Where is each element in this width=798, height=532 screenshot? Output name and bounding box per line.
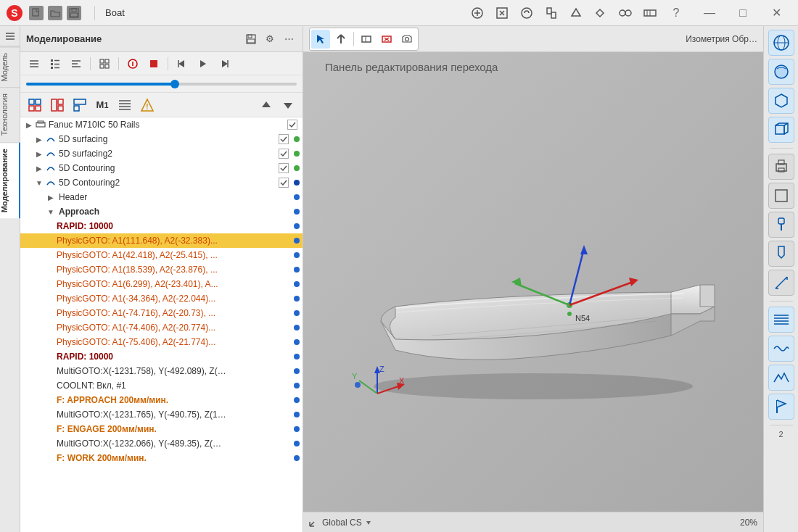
- rs-print-btn[interactable]: [768, 154, 794, 180]
- tb2-btn-warn[interactable]: !: [137, 95, 157, 115]
- rs-hex-btn[interactable]: [768, 88, 794, 114]
- more-panel-icon[interactable]: ⋯: [281, 31, 297, 47]
- file-icons: [29, 6, 81, 20]
- tree-item-physic2[interactable]: PhysicGOTO: A1(42.418), A2(-25.415), ...: [20, 248, 303, 262]
- sidebar-tab-modeling[interactable]: Моделирование: [0, 142, 20, 218]
- tree-item-rapid2[interactable]: RAPID: 10000: [20, 349, 303, 364]
- tree-item-physic1[interactable]: PhysicGOTO: A1(111.648), A2(-32.383)...: [20, 233, 303, 248]
- vt-arrow-btn[interactable]: [332, 30, 350, 49]
- rs-wave-btn[interactable]: [768, 336, 794, 362]
- rs-terrain-btn[interactable]: [768, 365, 794, 391]
- tool-6[interactable]: [591, 3, 611, 23]
- tb2-down-btn[interactable]: [278, 95, 298, 115]
- tree-item-3[interactable]: ▼ 5D Contouring2: [20, 175, 303, 190]
- sidebar-menu-button[interactable]: [0, 26, 20, 46]
- tree-item-multi1[interactable]: MultiGOTO:X(-1231.758), Y(-492.089), Z(…: [20, 364, 303, 378]
- settings-panel-icon[interactable]: ⚙: [262, 31, 278, 47]
- tree-item-coolnt[interactable]: COOLNT: Вкл, #1: [20, 378, 303, 393]
- sidebar-tab-technology[interactable]: Технология: [0, 87, 20, 141]
- viewport-3d[interactable]: Панель редактирования перехода: [303, 52, 763, 532]
- tb-red-rect-btn[interactable]: [144, 54, 163, 73]
- tb-next-btn[interactable]: [215, 54, 234, 73]
- rs-globe-btn[interactable]: [768, 30, 794, 56]
- tb2-btn-2[interactable]: [47, 95, 67, 115]
- progress-thumb[interactable]: [170, 80, 179, 88]
- tree-item-engage-f[interactable]: F: ENGAGE 200мм/мин.: [20, 422, 303, 436]
- tb-list2-btn[interactable]: [46, 54, 65, 73]
- help-button[interactable]: ?: [660, 0, 692, 26]
- rs-clip-btn[interactable]: [768, 241, 794, 267]
- physic8-label: PhysicGOTO: A1(-75.406), A2(-21.774)...: [57, 337, 291, 347]
- tb2-btn-3[interactable]: [70, 95, 90, 115]
- tb-prev-btn[interactable]: [173, 54, 192, 73]
- svg-point-12: [625, 10, 631, 16]
- tool-3[interactable]: [517, 3, 537, 23]
- tree-item-physic3[interactable]: PhysicGOTO: A1(18.539), A2(-23.876), ...: [20, 262, 303, 277]
- tree-item-header[interactable]: ▶ Header: [20, 190, 303, 204]
- save-file-icon[interactable]: [67, 6, 81, 20]
- svg-rect-25: [51, 63, 53, 65]
- close-button[interactable]: ✕: [760, 0, 792, 26]
- vt-rect-btn[interactable]: [357, 30, 376, 49]
- vt-camera-btn[interactable]: [398, 30, 416, 49]
- svg-marker-60: [284, 103, 292, 109]
- tree-item-rapid1[interactable]: RAPID: 10000: [20, 219, 303, 233]
- tb-align-btn[interactable]: [67, 54, 86, 73]
- tree-item-work-f[interactable]: F: WORK 200мм/мин.: [20, 451, 303, 465]
- tree-item-physic5[interactable]: PhysicGOTO: A1(-34.364), A2(-22.044)...: [20, 291, 303, 306]
- item3-checkbox[interactable]: [279, 178, 289, 188]
- maximize-button[interactable]: □: [727, 0, 759, 26]
- tree-item-physic7[interactable]: PhysicGOTO: A1(-74.406), A2(-20.774)...: [20, 320, 303, 335]
- approach-dot: [294, 209, 300, 215]
- tool-8[interactable]: [640, 3, 660, 23]
- tb-grid-btn[interactable]: [95, 54, 114, 73]
- tree-item-1[interactable]: ▶ 5D surfacing2: [20, 146, 303, 161]
- tb2-up-btn[interactable]: [256, 95, 276, 115]
- save-panel-icon[interactable]: [243, 31, 259, 47]
- item1-checkbox[interactable]: [279, 149, 289, 159]
- vt-cursor-btn[interactable]: [311, 30, 330, 49]
- tree-item-physic6[interactable]: PhysicGOTO: A1(-74.716), A2(-20.73), ...: [20, 306, 303, 320]
- machine-checkbox[interactable]: [287, 120, 297, 130]
- tb2-btn-1[interactable]: [25, 95, 45, 115]
- rs-rect-btn[interactable]: [768, 183, 794, 209]
- rs-cube-btn[interactable]: [768, 117, 794, 143]
- tree-item-physic8[interactable]: PhysicGOTO: A1(-75.406), A2(-21.774)...: [20, 335, 303, 349]
- open-file-icon[interactable]: [48, 6, 62, 20]
- tree-item-multi2[interactable]: MultiGOTO:X(-1231.765), Y(-490.75), Z(1…: [20, 407, 303, 422]
- tool-4[interactable]: [541, 3, 562, 23]
- new-file-icon[interactable]: [29, 6, 44, 20]
- tool-2[interactable]: [492, 3, 512, 23]
- vt-x-btn[interactable]: [377, 30, 396, 49]
- tree-item-approach[interactable]: ▼ Approach: [20, 204, 303, 219]
- rs-flag-btn[interactable]: [768, 394, 794, 420]
- tb2-btn-list[interactable]: [115, 95, 135, 115]
- cs-dropdown-icon[interactable]: [365, 519, 372, 526]
- tree-item-0[interactable]: ▶ 5D surfacing: [20, 132, 303, 146]
- item2-checkbox[interactable]: [279, 163, 289, 173]
- tool-1[interactable]: [467, 3, 488, 23]
- tree-item-machine[interactable]: ▶ Fanuc M710IC 50 Rails: [20, 117, 303, 132]
- rs-hatch-btn[interactable]: [768, 307, 794, 333]
- rs-measure-btn[interactable]: [768, 270, 794, 296]
- tb-play-btn[interactable]: [194, 54, 213, 73]
- svg-rect-2: [33, 9, 38, 16]
- tb-stop-btn[interactable]: [123, 54, 142, 73]
- tb-list-btn[interactable]: [25, 54, 44, 73]
- tool-5[interactable]: [566, 3, 586, 23]
- toolbar-row-1: [20, 52, 303, 75]
- rs-sphere-btn[interactable]: [768, 59, 794, 85]
- tool-7[interactable]: [615, 3, 635, 23]
- item0-checkbox[interactable]: [279, 134, 289, 144]
- tree-item-approach-f[interactable]: F: APPROACH 200мм/мин.: [20, 393, 303, 407]
- tree-item-physic4[interactable]: PhysicGOTO: A1(6.299), A2(-23.401), A...: [20, 277, 303, 291]
- tb2-btn-m1[interactable]: M1: [92, 95, 112, 115]
- tree-item-2[interactable]: ▶ 5D Contouring: [20, 161, 303, 175]
- minimize-button[interactable]: —: [694, 0, 725, 26]
- tree-item-multi3[interactable]: MultiGOTO:X(-1232.066), Y(-489.35), Z(…: [20, 436, 303, 451]
- sidebar-tab-model[interactable]: Модель: [0, 46, 20, 87]
- progress-track[interactable]: [26, 83, 297, 86]
- approach-arrow: ▼: [45, 206, 57, 217]
- rs-tool-btn[interactable]: [768, 212, 794, 238]
- item3-dot: [294, 180, 300, 186]
